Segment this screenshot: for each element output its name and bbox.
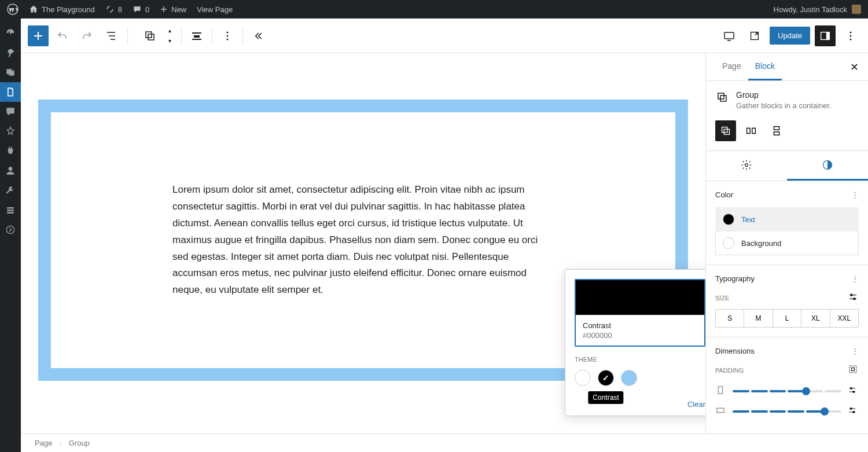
updates-count: 8 <box>118 5 122 14</box>
comments-link[interactable]: 0 <box>133 5 149 14</box>
new-link[interactable]: New <box>160 5 186 14</box>
new-label: New <box>171 5 186 14</box>
updates-link[interactable]: 8 <box>105 5 122 14</box>
user-greeting[interactable]: Howdy, Justin Tadlock <box>774 5 861 14</box>
site-title: The Playground <box>42 5 95 14</box>
avatar <box>852 5 861 14</box>
wp-logo[interactable] <box>7 3 19 15</box>
view-page-link[interactable]: View Page <box>197 5 233 14</box>
admin-bar: The Playground 8 0 New View Page Howdy, … <box>0 0 868 19</box>
greeting-text: Howdy, Justin Tadlock <box>774 5 847 14</box>
comments-count: 0 <box>145 5 149 14</box>
site-home-link[interactable]: The Playground <box>29 5 95 14</box>
view-page-label: View Page <box>197 5 233 14</box>
